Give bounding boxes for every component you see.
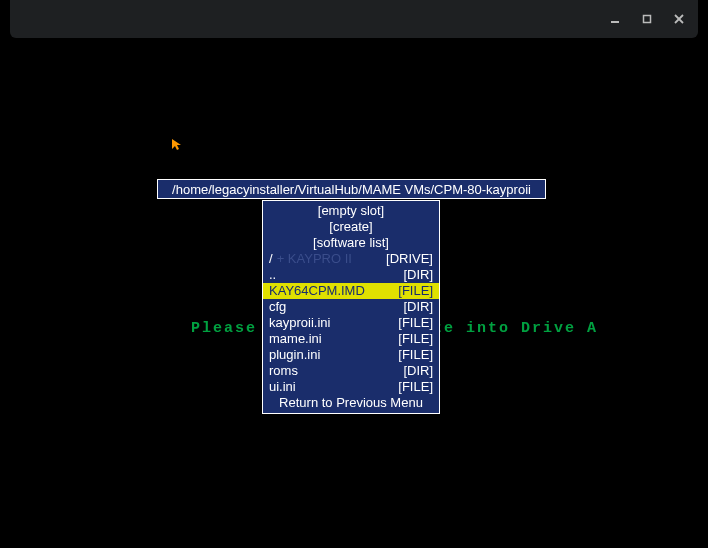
maximize-button[interactable]	[640, 12, 654, 26]
menu-label: [empty slot]	[318, 203, 384, 219]
file-type: [DIR]	[403, 267, 433, 283]
minimize-button[interactable]	[608, 12, 622, 26]
menu-label: [create]	[329, 219, 372, 235]
current-path-bar: /home/legacyinstaller/VirtualHub/MAME VM…	[157, 179, 546, 199]
file-type: [FILE]	[398, 315, 433, 331]
file-entry[interactable]: plugin.ini [FILE]	[263, 347, 439, 363]
file-name: KAY64CPM.IMD	[269, 283, 365, 299]
file-entry-root[interactable]: / + KAYPRO II [DRIVE]	[263, 251, 439, 267]
file-name: /	[269, 251, 273, 267]
svg-marker-4	[172, 139, 181, 150]
file-type: [DIR]	[403, 363, 433, 379]
menu-create[interactable]: [create]	[263, 219, 439, 235]
file-name: ui.ini	[269, 379, 296, 395]
file-entry[interactable]: roms [DIR]	[263, 363, 439, 379]
close-icon	[674, 14, 684, 24]
close-button[interactable]	[672, 12, 686, 26]
file-entry[interactable]: cfg [DIR]	[263, 299, 439, 315]
file-manager-menu[interactable]: [empty slot] [create] [software list] / …	[262, 200, 440, 414]
file-entry-selected[interactable]: KAY64CPM.IMD [FILE]	[263, 283, 439, 299]
file-type: [FILE]	[398, 283, 433, 299]
file-type: [DIR]	[403, 299, 433, 315]
file-name: plugin.ini	[269, 347, 320, 363]
file-entry[interactable]: ui.ini [FILE]	[263, 379, 439, 395]
menu-empty-slot[interactable]: [empty slot]	[263, 203, 439, 219]
file-name: mame.ini	[269, 331, 322, 347]
menu-label: [software list]	[313, 235, 389, 251]
minimize-icon	[610, 14, 620, 24]
file-name: kayproii.ini	[269, 315, 330, 331]
file-type: [FILE]	[398, 347, 433, 363]
file-type: [DRIVE]	[386, 251, 433, 267]
file-entry-parent[interactable]: .. [DIR]	[263, 267, 439, 283]
current-path-text: /home/legacyinstaller/VirtualHub/MAME VM…	[172, 182, 531, 197]
file-type: [FILE]	[398, 331, 433, 347]
file-name: ..	[269, 267, 276, 283]
file-name: cfg	[269, 299, 286, 315]
file-entry[interactable]: mame.ini [FILE]	[263, 331, 439, 347]
menu-software-list[interactable]: [software list]	[263, 235, 439, 251]
maximize-icon	[642, 14, 652, 24]
menu-label: Return to Previous Menu	[279, 395, 423, 411]
menu-return-previous[interactable]: Return to Previous Menu	[263, 395, 439, 411]
file-type: [FILE]	[398, 379, 433, 395]
emulator-screen: Please insert a diskette into Drive A /h…	[0, 38, 708, 548]
svg-rect-1	[644, 16, 651, 23]
mouse-cursor-icon	[172, 139, 182, 154]
window-titlebar	[10, 0, 698, 38]
file-name: roms	[269, 363, 298, 379]
ghost-text: + KAYPRO II	[277, 251, 352, 267]
file-entry[interactable]: kayproii.ini [FILE]	[263, 315, 439, 331]
